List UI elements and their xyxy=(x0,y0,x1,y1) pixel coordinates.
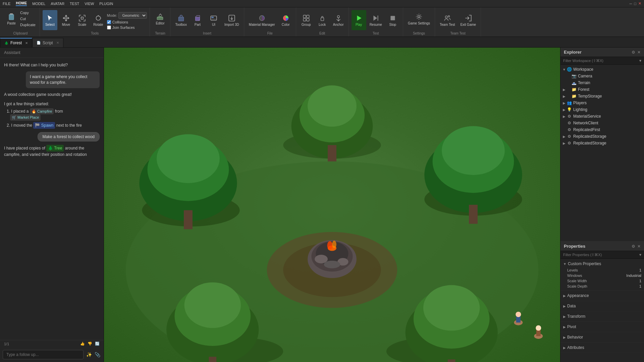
prop-group-transform-header[interactable]: ▶ Transform xyxy=(560,313,644,320)
import-3d-button[interactable]: Import 3D xyxy=(222,10,241,30)
tab-forest[interactable]: 🌲 Forest ✕ xyxy=(0,38,32,47)
group-button[interactable]: Group xyxy=(299,10,314,30)
tree-item-camera[interactable]: ▶ 📷 Camera xyxy=(560,73,644,79)
window-minimize[interactable]: ─ xyxy=(630,2,632,6)
explorer-filter-dropdown[interactable]: ▾ xyxy=(639,58,641,63)
prop-group-custom-header[interactable]: ▼ Custom Properties xyxy=(560,260,644,267)
tree-item-networkclient[interactable]: ▶ ⚙ NetworkClient xyxy=(560,120,644,126)
rotate-button[interactable]: Rotate xyxy=(91,10,106,30)
menu-test[interactable]: TEST xyxy=(70,2,79,6)
prop-scaledepth-value[interactable]: 1 xyxy=(604,284,642,288)
exit-game-button[interactable]: Exit Game xyxy=(458,10,478,30)
tree-item-replicatedstorage-1[interactable]: ▶ ⚙ ReplicatedStorage xyxy=(560,133,644,140)
refresh-btn[interactable]: 🔄 xyxy=(95,342,100,346)
copy-button[interactable]: Copy xyxy=(19,10,37,15)
lighting-expand[interactable]: ▶ xyxy=(562,108,567,112)
menu-view[interactable]: VIEW xyxy=(85,2,94,6)
paste-button[interactable]: Paste xyxy=(4,9,19,29)
explorer-filter-input[interactable] xyxy=(563,59,639,63)
lock-button[interactable]: Lock xyxy=(315,10,330,30)
tree-item-materialservice[interactable]: ▶ ⚙ MaterialService xyxy=(560,113,644,120)
workspace-arrow[interactable]: ▼ xyxy=(562,68,567,71)
prop-group-data-header[interactable]: ▶ Data xyxy=(560,302,644,310)
menu-model[interactable]: MODEL xyxy=(32,2,45,6)
chat-input[interactable] xyxy=(3,350,84,359)
chat-enhance-btn[interactable]: ✨ xyxy=(86,351,93,358)
networkclient-expand[interactable]: ▶ xyxy=(562,121,567,125)
prop-group-appearance-header[interactable]: ▶ Appearance xyxy=(560,292,644,299)
tree-item-tempstorage[interactable]: ▶ 📁 TempStorage xyxy=(560,93,644,100)
chat-btn-forest[interactable]: Make a forest to collect wood xyxy=(38,132,100,141)
tempstorage-expand[interactable]: ▶ xyxy=(562,95,567,98)
chat-input-row: ✨ 📎 xyxy=(0,347,104,362)
ui-button[interactable]: UI xyxy=(206,10,221,30)
team-test-button[interactable]: Team Test xyxy=(438,10,457,30)
prop-group-pivot-header[interactable]: ▶ Pivot xyxy=(560,323,644,330)
collisions-checkbox[interactable] xyxy=(107,20,111,24)
menu-file[interactable]: FILE xyxy=(3,2,10,6)
join-surfaces-checkbox[interactable] xyxy=(107,25,111,29)
svg-rect-1 xyxy=(9,14,14,20)
terrain-expand[interactable]: ▶ xyxy=(562,81,567,85)
properties-filter-input[interactable] xyxy=(563,253,639,257)
tree-item-replicatedfirst[interactable]: ▶ ⚙ ReplicatedFirst xyxy=(560,126,644,133)
script-tab-close[interactable]: ✕ xyxy=(56,41,59,45)
stop-button[interactable]: Stop xyxy=(385,10,400,30)
materialservice-expand[interactable]: ▶ xyxy=(562,115,567,118)
svg-rect-15 xyxy=(307,15,309,18)
tree-item-players[interactable]: ▶ 👥 Players xyxy=(560,100,644,106)
editor-button[interactable]: Editor xyxy=(153,9,167,29)
forest-expand[interactable]: ▶ xyxy=(562,88,567,92)
chat-pagination-actions: 👍 👎 🔄 xyxy=(80,342,100,346)
prop-levels-value[interactable]: 1 xyxy=(604,268,642,272)
tree-item-forest[interactable]: ▶ 📁 Forest xyxy=(560,86,644,93)
move-button[interactable]: Move xyxy=(59,10,73,30)
explorer-settings-btn[interactable]: ⚙ xyxy=(632,50,635,55)
join-surfaces-checkbox-label[interactable]: Join Surfaces xyxy=(107,25,147,29)
properties-settings-btn[interactable]: ⚙ xyxy=(632,244,635,249)
assistant-chat[interactable]: Hi there! What can I help you build? I w… xyxy=(0,58,104,340)
game-settings-button[interactable]: Game Settings xyxy=(406,9,432,29)
tree-item-terrain[interactable]: ▶ 🗻 Terrain xyxy=(560,79,644,86)
duplicate-button[interactable]: Duplicate xyxy=(19,22,37,27)
part-button[interactable]: Part xyxy=(190,10,205,30)
material-manager-button[interactable]: Material Manager xyxy=(247,10,277,30)
prop-group-behavior-header[interactable]: ▶ Behavior xyxy=(560,334,644,341)
replicatedstorage1-expand[interactable]: ▶ xyxy=(562,135,567,138)
players-expand[interactable]: ▶ xyxy=(562,101,567,105)
play-button[interactable]: Play xyxy=(352,10,366,30)
anchor-button[interactable]: Anchor xyxy=(331,10,346,30)
window-close[interactable]: ✕ xyxy=(638,1,641,6)
replicatedfirst-expand[interactable]: ▶ xyxy=(562,128,567,132)
thumbs-down-btn[interactable]: 👎 xyxy=(88,342,92,346)
prop-windows-value[interactable]: Industrial xyxy=(604,274,642,278)
toolbox-button[interactable]: Toolbox xyxy=(173,10,189,30)
tree-item-workspace[interactable]: ▼ 🌐 Workspace xyxy=(560,66,644,73)
camera-expand[interactable]: ▶ xyxy=(562,74,567,78)
tree-item-replicatedstorage-2[interactable]: ▶ ⚙ ReplicatedStorage xyxy=(560,140,644,146)
collisions-checkbox-label[interactable]: Collisions xyxy=(107,20,147,24)
menu-plugin[interactable]: PLUGIN xyxy=(99,2,113,6)
replicatedstorage2-expand[interactable]: ▶ xyxy=(562,141,567,145)
color-button[interactable]: Color xyxy=(278,10,293,30)
menu-home[interactable]: HOME xyxy=(16,1,27,6)
chat-attach-btn[interactable]: 📎 xyxy=(94,351,101,358)
tree-item-lighting[interactable]: ▶ 💡 Lighting xyxy=(560,106,644,113)
viewport[interactable] xyxy=(104,48,560,362)
explorer-close-btn[interactable]: ✕ xyxy=(637,50,641,55)
chat-pagination: 1/1 👍 👎 🔄 xyxy=(0,340,104,347)
prop-scalewidth-value[interactable]: 1 xyxy=(604,279,642,283)
thumbs-up-btn[interactable]: 👍 xyxy=(80,342,85,346)
scale-button[interactable]: Scale xyxy=(75,10,90,30)
mode-dropdown[interactable]: Geometric xyxy=(118,12,147,19)
tab-script[interactable]: 📄 Script ✕ xyxy=(32,38,63,47)
forest-tab-close[interactable]: ✕ xyxy=(25,41,28,45)
window-maximize[interactable]: □ xyxy=(634,2,636,6)
menu-avatar[interactable]: AVATAR xyxy=(51,2,64,6)
resume-button[interactable]: Resume xyxy=(368,10,384,30)
properties-filter-dropdown[interactable]: ▾ xyxy=(639,252,641,257)
select-button[interactable]: Select xyxy=(43,10,57,30)
properties-close-btn[interactable]: ✕ xyxy=(637,244,641,249)
prop-group-attributes-header[interactable]: ▶ Attributes xyxy=(560,344,644,351)
cut-button[interactable]: Cut xyxy=(19,16,37,21)
